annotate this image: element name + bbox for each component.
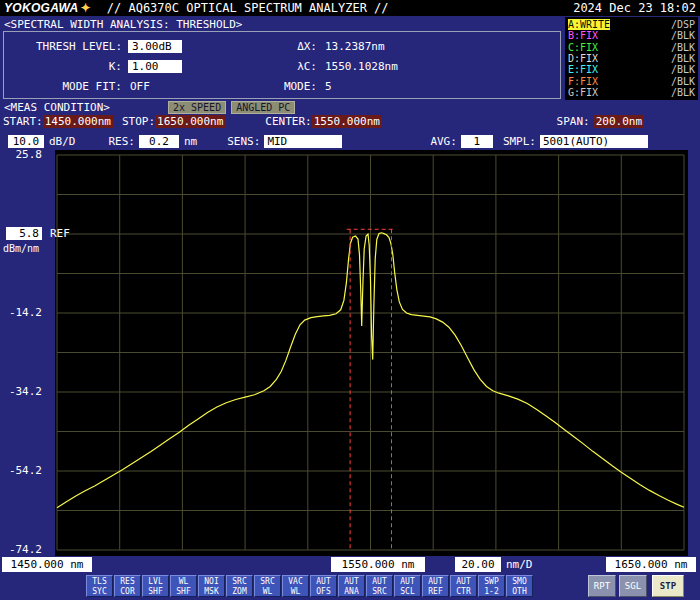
center-field: CENTER:1550.000nm xyxy=(265,115,382,128)
delta-x-value: 13.2387nm xyxy=(323,40,387,53)
softkey-res-cor[interactable]: RESCOR xyxy=(114,575,141,597)
k-value[interactable]: 1.00 xyxy=(128,60,182,73)
mode-count-value: 5 xyxy=(323,80,334,93)
softkey-aut-ana[interactable]: AUTANA xyxy=(338,575,365,597)
thresh-level-field: THRESH LEVEL: 3.00dB xyxy=(10,36,255,56)
smpl-value[interactable]: 5001(AUTO) xyxy=(540,135,648,148)
avg-label: AVG: xyxy=(430,135,457,148)
softkey-wl-shf[interactable]: WLSHF xyxy=(170,575,197,597)
delta-x-field: ΔX: 13.2387nm xyxy=(269,36,400,56)
mode-count-field: MODE: 5 xyxy=(269,76,400,96)
ref-label: REF xyxy=(50,227,70,240)
trace-row-f[interactable]: F:FIX/BLK xyxy=(568,76,695,87)
stop-value[interactable]: 1650.000nm xyxy=(155,115,225,128)
trace-display-state: /BLK xyxy=(671,42,695,53)
x-center-value[interactable]: 1550.000 nm xyxy=(331,557,425,572)
logo-star-icon: ✦ xyxy=(80,1,90,15)
x-div-unit: nm/D xyxy=(506,557,533,572)
app-title: // AQ6370C OPTICAL SPECTRUM ANALYZER // xyxy=(107,1,389,15)
trace-display-state: /DSP xyxy=(671,19,695,30)
softkey-lvl-shf[interactable]: LVLSHF xyxy=(142,575,169,597)
ref-level-value[interactable]: 5.8 xyxy=(6,227,42,240)
softkey-aut-ref[interactable]: AUTREF xyxy=(422,575,449,597)
trace-display-state: /BLK xyxy=(671,64,695,75)
avg-value[interactable]: 1 xyxy=(461,135,493,148)
softkey-vac-wl[interactable]: VACWL xyxy=(282,575,309,597)
softkey-noi-msk[interactable]: NOIMSK xyxy=(198,575,225,597)
res-unit: nm xyxy=(184,135,197,148)
stop-label: STOP: xyxy=(122,115,155,128)
spectrum-chart xyxy=(55,150,688,556)
analysis-params-column: THRESH LEVEL: 3.00dB K: 1.00 MODE FIT: O… xyxy=(10,36,255,98)
y-axis-label-top: 25.8 xyxy=(0,148,42,161)
softkey-aut-src[interactable]: AUTSRC xyxy=(366,575,393,597)
softkey-swp-1-2[interactable]: SWP1-2 xyxy=(478,575,505,597)
delta-x-label: ΔX: xyxy=(269,40,317,53)
sweep-settings-row: 10.0 dB/D RES: 0.2 nm SENS: MID AVG: 1 S… xyxy=(0,132,700,150)
lambda-c-field: λC: 1550.1028nm xyxy=(269,56,400,76)
mode-fit-label: MODE FIT: xyxy=(10,80,122,93)
sens-label: SENS: xyxy=(227,135,260,148)
analysis-mode-title: <SPECTRAL WIDTH ANALYSIS: THRESHOLD> xyxy=(4,18,242,31)
y-axis-label-3: -34.2 xyxy=(0,385,42,398)
trace-mode: D:FIX xyxy=(568,53,598,64)
y-axis-label-bottom: -74.2 xyxy=(0,543,42,556)
trace-mode: B:FIX xyxy=(568,30,598,41)
softkey-src-wl[interactable]: SRCWL xyxy=(254,575,281,597)
single-sweep-button[interactable]: SGL xyxy=(619,575,647,597)
level-scale-unit: dB/D xyxy=(49,135,76,148)
sweep-range-row: START:1450.000nm STOP:1650.000nm CENTER:… xyxy=(0,115,700,128)
y-axis-unit: dBm/nm xyxy=(3,243,39,254)
trace-row-d[interactable]: D:FIX/BLK xyxy=(568,53,695,64)
start-value[interactable]: 1450.000nm xyxy=(43,115,113,128)
osa-screen: YOKOGAWA✦ // AQ6370C OPTICAL SPECTRUM AN… xyxy=(0,0,700,600)
softkey-toolbar: TLSSYCRESCORLVLSHFWLSHFNOIMSKSRCZOMSRCWL… xyxy=(0,575,700,600)
thresh-level-label: THRESH LEVEL: xyxy=(10,40,122,53)
spectrum-plot xyxy=(55,150,688,556)
connector-badge: ANGLED PC xyxy=(231,101,295,114)
repeat-sweep-button[interactable]: RPT xyxy=(588,575,616,597)
trace-row-g[interactable]: G:FIX/BLK xyxy=(568,87,695,98)
mode-count-label: MODE: xyxy=(269,80,317,93)
meas-condition-label: <MEAS CONDITION> xyxy=(4,101,168,114)
smpl-label: SMPL: xyxy=(503,135,536,148)
softkey-tls-syc[interactable]: TLSSYC xyxy=(86,575,113,597)
trace-display-state: /BLK xyxy=(671,87,695,98)
softkey-aut-ctr[interactable]: AUTCTR xyxy=(450,575,477,597)
mode-fit-field: MODE FIT: OFF xyxy=(10,76,255,96)
trace-row-e[interactable]: E:FIX/BLK xyxy=(568,64,695,75)
trace-mode: F:FIX xyxy=(568,76,598,87)
span-label: SPAN: xyxy=(557,115,590,128)
level-scale-value[interactable]: 10.0 xyxy=(8,135,44,148)
x-axis-row: 1450.000 nm 1550.000 nm 20.00 nm/D 1650.… xyxy=(0,557,700,573)
x-stop-value[interactable]: 1650.000 nm xyxy=(606,557,696,572)
softkey-smo-oth[interactable]: SMOOTH xyxy=(506,575,533,597)
datetime: 2024 Dec 23 18:02 xyxy=(573,1,696,15)
stop-sweep-button[interactable]: STP xyxy=(652,575,684,597)
x-div-value[interactable]: 20.00 xyxy=(455,557,501,572)
thresh-level-value[interactable]: 3.00dB xyxy=(128,40,182,53)
sens-value[interactable]: MID xyxy=(264,135,342,148)
softkey-src-zom[interactable]: SRCZOM xyxy=(226,575,253,597)
brand-text: YOKOGAWA xyxy=(4,1,78,15)
trace-row-a[interactable]: A:WRITE/DSP xyxy=(568,19,695,30)
softkey-aut-ofs[interactable]: AUTOFS xyxy=(310,575,337,597)
mode-fit-value[interactable]: OFF xyxy=(128,80,152,93)
res-label: RES: xyxy=(109,135,136,148)
ref-level-row: 5.8 REF xyxy=(6,227,70,240)
softkey-aut-scl[interactable]: AUTSCL xyxy=(394,575,421,597)
stop-field: STOP:1650.000nm xyxy=(122,115,225,128)
trace-display-state: /BLK xyxy=(671,53,695,64)
x-start-value[interactable]: 1450.000 nm xyxy=(2,557,92,572)
span-value[interactable]: 200.0nm xyxy=(594,115,644,128)
center-value[interactable]: 1550.000nm xyxy=(312,115,382,128)
trace-status-panel: A:WRITE/DSPB:FIX/BLKC:FIX/BLKD:FIX/BLKE:… xyxy=(565,17,698,100)
trace-mode: G:FIX xyxy=(568,87,598,98)
trace-row-b[interactable]: B:FIX/BLK xyxy=(568,30,695,41)
res-value[interactable]: 0.2 xyxy=(139,135,179,148)
trace-display-state: /BLK xyxy=(671,76,695,87)
speed-badge: 2x SPEED xyxy=(168,101,226,114)
trace-row-c[interactable]: C:FIX/BLK xyxy=(568,42,695,53)
trace-mode: C:FIX xyxy=(568,42,598,53)
lambda-c-label: λC: xyxy=(269,60,317,73)
